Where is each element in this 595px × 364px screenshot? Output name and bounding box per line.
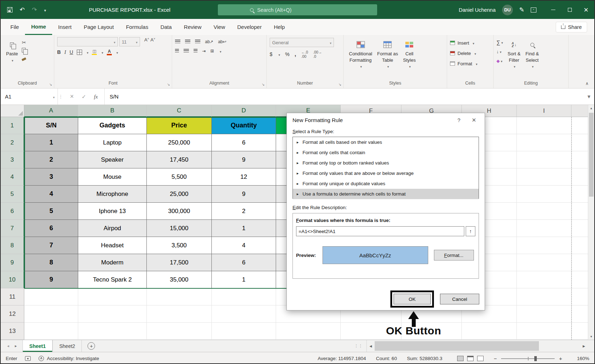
scroll-left-icon[interactable] — [367, 340, 375, 352]
customize-toolbar-chevron-icon[interactable] — [44, 7, 46, 13]
font-color-icon[interactable]: A — [107, 49, 112, 55]
cell[interactable] — [517, 220, 571, 237]
align-center-icon[interactable] — [184, 49, 189, 53]
rule-type-option[interactable]: Format only values that are above or bel… — [293, 168, 479, 178]
zoom-slider-thumb[interactable] — [534, 356, 537, 361]
cell-a4[interactable]: 3 — [24, 168, 78, 186]
increase-decimal-icon[interactable]: ←.0.00 — [301, 50, 308, 59]
cell[interactable] — [517, 305, 571, 323]
scroll-right-icon[interactable] — [580, 340, 588, 352]
close-button[interactable] — [578, 1, 594, 19]
cell-d6[interactable]: 2 — [212, 203, 276, 220]
cell-c8[interactable]: 3,500 — [147, 237, 212, 254]
zoom-in-icon[interactable] — [559, 355, 562, 362]
cell-b4[interactable]: Mouse — [78, 168, 147, 186]
row-header-11[interactable]: 11 — [1, 288, 24, 305]
column-header-b[interactable]: B — [78, 105, 147, 117]
cell-b1[interactable]: Gadgets — [78, 117, 147, 134]
cell[interactable] — [517, 186, 571, 203]
row-header-1[interactable]: 1 — [1, 117, 24, 134]
search-box[interactable] — [218, 4, 377, 15]
column-header-i[interactable]: I — [517, 105, 571, 117]
row-header-12[interactable]: 12 — [1, 305, 24, 323]
tabbar-resize-handle[interactable] — [354, 340, 366, 352]
namebox-resize-handle[interactable] — [58, 89, 64, 105]
sheet-tab-sheet2[interactable]: Sheet2 — [52, 340, 82, 352]
column-header-a[interactable]: A — [24, 105, 78, 117]
accounting-format-icon[interactable] — [270, 51, 272, 57]
insert-function-icon[interactable] — [94, 93, 98, 100]
previous-sheet-icon[interactable] — [7, 344, 9, 348]
zoom-slider[interactable] — [501, 358, 555, 359]
scroll-up-icon[interactable] — [588, 105, 594, 111]
formula-input[interactable]: S/N — [105, 89, 584, 105]
cell-d3[interactable]: 9 — [212, 151, 276, 168]
cell-a3[interactable]: 2 — [24, 151, 78, 168]
cell[interactable] — [517, 323, 571, 340]
tab-data[interactable]: Data — [154, 19, 178, 35]
cell-d9[interactable]: 6 — [212, 254, 276, 271]
indent-icon[interactable]: ⇥ — [202, 49, 206, 54]
rule-type-option[interactable]: Format only unique or duplicate values — [293, 178, 479, 189]
rule-type-option-selected[interactable]: Use a formula to determine which cells t… — [293, 189, 479, 199]
cell[interactable] — [517, 151, 571, 168]
row-header-9[interactable]: 9 — [1, 254, 24, 271]
cell-d2[interactable]: 6 — [212, 134, 276, 151]
cell[interactable] — [212, 305, 276, 323]
tab-file[interactable]: File — [4, 19, 25, 35]
column-header-c[interactable]: C — [147, 105, 212, 117]
increase-font-icon[interactable]: A˄ — [144, 37, 149, 46]
row-header-3[interactable]: 3 — [1, 151, 24, 168]
sheet-tab-sheet1[interactable]: Sheet1 — [22, 340, 52, 352]
row-header-7[interactable]: 7 — [1, 220, 24, 237]
cell[interactable] — [517, 168, 571, 186]
normal-view-icon[interactable] — [457, 356, 464, 361]
cell[interactable] — [517, 237, 571, 254]
autosum-button[interactable] — [496, 39, 503, 46]
cell-c6[interactable]: 300,000 — [147, 203, 212, 220]
cell[interactable] — [78, 305, 147, 323]
number-format-combo[interactable]: General — [270, 38, 334, 47]
cell[interactable] — [147, 288, 212, 305]
cell-c5[interactable]: 25,000 — [147, 186, 212, 203]
new-sheet-icon[interactable]: + — [88, 342, 95, 350]
format-as-table-button[interactable]: Format as Table — [375, 37, 401, 80]
page-layout-view-icon[interactable] — [467, 356, 474, 361]
cell-d8[interactable]: 4 — [212, 237, 276, 254]
inking-icon[interactable] — [519, 6, 524, 14]
cell-c10[interactable]: 35,000 — [147, 271, 212, 288]
decrease-font-icon[interactable]: A˅ — [150, 37, 155, 46]
conditional-formatting-button[interactable]: Conditional Formatting — [346, 37, 375, 80]
cell[interactable] — [517, 117, 571, 134]
cell-d10[interactable]: 1 — [212, 271, 276, 288]
paste-button[interactable]: Paste — [4, 37, 20, 80]
orientation-icon[interactable]: ab↗ — [205, 39, 213, 44]
scroll-down-icon[interactable] — [588, 333, 594, 340]
ribbon-display-options-icon[interactable]: ^ — [531, 7, 536, 12]
cell-c3[interactable]: 17,450 — [147, 151, 212, 168]
find-select-button[interactable]: Find & Select — [523, 37, 541, 80]
borders-icon[interactable] — [77, 50, 82, 55]
cell-d1[interactable]: Quantity — [212, 117, 276, 134]
row-header-4[interactable]: 4 — [1, 168, 24, 186]
cell[interactable] — [78, 323, 147, 340]
fill-color-icon[interactable]: ◫ — [92, 49, 97, 55]
cell-b9[interactable]: Moderm — [78, 254, 147, 271]
expand-formula-bar-icon[interactable] — [584, 89, 594, 105]
tab-view[interactable]: View — [208, 19, 231, 35]
search-input[interactable] — [257, 7, 346, 13]
next-sheet-icon[interactable] — [15, 344, 17, 348]
cell-d5[interactable]: 9 — [212, 186, 276, 203]
zoom-out-icon[interactable] — [494, 355, 497, 362]
cell-b6[interactable]: Iphone 13 — [78, 203, 147, 220]
cell-b7[interactable]: Airpod — [78, 220, 147, 237]
tab-page-layout[interactable]: Page Layout — [78, 19, 120, 35]
cell-styles-button[interactable]: Cell Styles — [401, 37, 418, 80]
cell-a7[interactable]: 6 — [24, 220, 78, 237]
ok-button[interactable]: OK — [394, 294, 431, 304]
cell[interactable] — [517, 271, 571, 288]
tab-formulas[interactable]: Formulas — [120, 19, 155, 35]
cell[interactable] — [147, 305, 212, 323]
cell-d4[interactable]: 12 — [212, 168, 276, 186]
horizontal-scrollbar[interactable] — [366, 340, 588, 352]
